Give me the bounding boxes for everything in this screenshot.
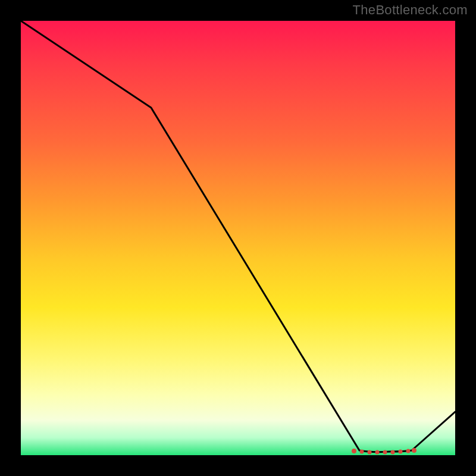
plot-area [21, 21, 455, 455]
svg-point-3 [375, 450, 380, 455]
svg-point-2 [368, 450, 372, 455]
svg-point-4 [383, 450, 387, 455]
svg-point-8 [412, 448, 416, 453]
svg-point-6 [399, 450, 403, 454]
svg-point-1 [360, 450, 364, 454]
svg-point-0 [352, 449, 356, 453]
watermark-text: TheBottleneck.com [353, 2, 468, 18]
chart-svg [21, 21, 455, 455]
bottom-marker-cluster [352, 448, 416, 455]
svg-point-5 [391, 450, 395, 455]
bottleneck-curve [21, 21, 455, 452]
chart-frame: TheBottleneck.com [0, 0, 476, 476]
svg-point-7 [406, 449, 411, 453]
